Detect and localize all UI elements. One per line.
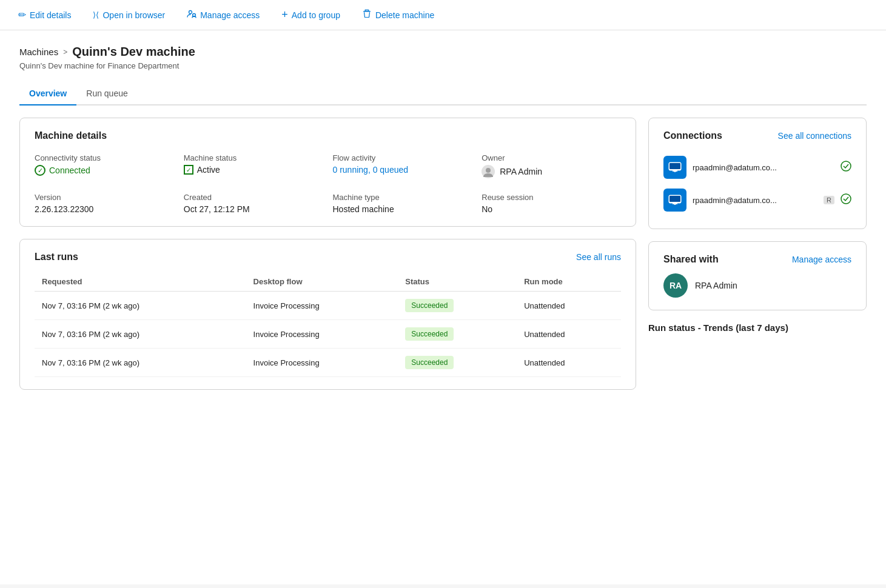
connectivity-status-value: ✓ Connected xyxy=(35,165,174,176)
table-row: Nov 7, 03:16 PM (2 wk ago) Invoice Proce… xyxy=(35,320,621,349)
breadcrumb-parent: Machines xyxy=(19,47,58,57)
connection-icon-2 xyxy=(663,189,686,212)
owner-name: RPA Admin xyxy=(500,167,542,176)
cell-flow: Invoice Processing xyxy=(246,320,398,349)
status-badge: Succeeded xyxy=(405,327,454,341)
status-badge: Succeeded xyxy=(405,299,454,312)
tab-overview[interactable]: Overview xyxy=(19,82,76,105)
runs-table: Requested Desktop flow Status Run mode N… xyxy=(35,272,621,377)
cell-flow: Invoice Processing xyxy=(246,292,398,320)
machine-type-label: Machine type xyxy=(333,193,472,202)
user-avatar-1: RA xyxy=(663,273,688,298)
created-field: Created Oct 27, 12:12 PM xyxy=(184,193,323,214)
version-field: Version 2.26.123.22300 xyxy=(35,193,174,214)
toolbar: ✏ Edit details ⟩⟨ Open in browser Manage… xyxy=(0,0,886,30)
machine-status-label: Machine status xyxy=(184,153,323,162)
page-description: Quinn's Dev machine for Finance Departme… xyxy=(19,61,867,70)
table-row: Nov 7, 03:16 PM (2 wk ago) Invoice Proce… xyxy=(35,349,621,377)
svg-point-10 xyxy=(841,161,851,171)
connectivity-status-label: Connectivity status xyxy=(35,153,174,162)
tabs: Overview Run queue xyxy=(19,82,867,105)
connection-status-1 xyxy=(841,161,851,174)
col-status: Status xyxy=(398,272,517,292)
reuse-session-label: Reuse session xyxy=(482,193,621,202)
svg-point-0 xyxy=(189,10,192,13)
version-label: Version xyxy=(35,193,174,202)
manage-access-label: Manage access xyxy=(200,10,260,20)
machine-status-field: Machine status ✓ Active xyxy=(184,153,323,178)
svg-rect-7 xyxy=(670,163,680,169)
svg-point-15 xyxy=(841,194,851,204)
connection-badge-2: R xyxy=(824,196,834,204)
left-column: Machine details Connectivity status ✓ Co… xyxy=(19,118,636,402)
created-value: Oct 27, 12:12 PM xyxy=(184,204,323,214)
delete-machine-button[interactable]: Delete machine xyxy=(358,7,438,24)
breadcrumb: Machines > Quinn's Dev machine xyxy=(19,45,867,59)
machine-type-field: Machine type Hosted machine xyxy=(333,193,472,214)
active-checkbox-icon: ✓ xyxy=(184,165,193,175)
svg-rect-3 xyxy=(363,11,371,12)
connections-header: Connections See all connections xyxy=(663,130,851,141)
see-all-connections-link[interactable]: See all connections xyxy=(778,131,851,141)
cell-requested: Nov 7, 03:16 PM (2 wk ago) xyxy=(35,349,246,377)
flow-activity-value: 0 running, 0 queued xyxy=(333,165,472,175)
shared-with-card: Shared with Manage access RA RPA Admin xyxy=(648,241,867,310)
connection-status-2 xyxy=(841,193,851,207)
cell-status: Succeeded xyxy=(398,349,517,377)
connection-icon-1 xyxy=(663,156,686,179)
user-item-1: RA RPA Admin xyxy=(663,273,851,298)
machine-details-title: Machine details xyxy=(35,130,621,141)
user-name-1: RPA Admin xyxy=(695,281,737,290)
last-runs-title: Last runs xyxy=(35,252,78,262)
content-grid: Machine details Connectivity status ✓ Co… xyxy=(19,118,867,402)
right-panel: Connections See all connections xyxy=(648,118,867,402)
connection-item-1: rpaadmin@adatum.co... xyxy=(663,151,851,184)
add-to-group-label: Add to group xyxy=(292,10,340,20)
cell-requested: Nov 7, 03:16 PM (2 wk ago) xyxy=(35,292,246,320)
manage-access-link[interactable]: Manage access xyxy=(792,255,851,264)
owner-label: Owner xyxy=(482,153,621,162)
cell-requested: Nov 7, 03:16 PM (2 wk ago) xyxy=(35,320,246,349)
machine-details-grid: Connectivity status ✓ Connected Machine … xyxy=(35,153,621,214)
breadcrumb-current: Quinn's Dev machine xyxy=(72,45,195,59)
col-run-mode: Run mode xyxy=(517,272,621,292)
cell-run-mode: Unattended xyxy=(517,349,621,377)
connection-email-2: rpaadmin@adatum.co... xyxy=(693,196,817,205)
connected-icon: ✓ xyxy=(35,165,45,176)
owner-field: Owner RPA Admin xyxy=(482,153,621,178)
cell-status: Succeeded xyxy=(398,292,517,320)
created-label: Created xyxy=(184,193,323,202)
connections-list: rpaadmin@adatum.co... xyxy=(663,151,851,216)
reuse-session-field: Reuse session No xyxy=(482,193,621,214)
add-to-group-button[interactable]: + Add to group xyxy=(278,6,344,24)
connection-email-1: rpaadmin@adatum.co... xyxy=(693,163,834,172)
flow-activity-label: Flow activity xyxy=(333,153,472,162)
shared-with-header: Shared with Manage access xyxy=(663,254,851,265)
delete-machine-label: Delete machine xyxy=(375,10,434,20)
flow-activity-field: Flow activity 0 running, 0 queued xyxy=(333,153,472,178)
svg-rect-12 xyxy=(670,196,680,202)
see-all-runs-link[interactable]: See all runs xyxy=(576,252,621,262)
edit-icon: ✏ xyxy=(18,9,26,21)
trends-section: Run status - Trends (last 7 days) xyxy=(648,322,867,333)
status-badge: Succeeded xyxy=(405,356,454,369)
open-browser-button[interactable]: ⟩⟨ Open in browser xyxy=(89,8,169,22)
cell-flow: Invoice Processing xyxy=(246,349,398,377)
col-desktop-flow: Desktop flow xyxy=(246,272,398,292)
last-runs-header: Last runs See all runs xyxy=(35,252,621,262)
delete-icon xyxy=(362,9,372,21)
reuse-session-value: No xyxy=(482,204,621,214)
machine-type-value: Hosted machine xyxy=(333,204,472,214)
svg-point-5 xyxy=(486,168,491,173)
connection-item-2: rpaadmin@adatum.co... R xyxy=(663,184,851,216)
open-browser-label: Open in browser xyxy=(102,10,165,20)
edit-details-button[interactable]: ✏ Edit details xyxy=(15,7,75,23)
breadcrumb-separator: > xyxy=(63,48,67,56)
owner-value-container: RPA Admin xyxy=(482,165,621,178)
trends-title: Run status - Trends (last 7 days) xyxy=(648,322,867,333)
cell-status: Succeeded xyxy=(398,320,517,349)
tab-run-queue[interactable]: Run queue xyxy=(76,82,138,105)
version-value: 2.26.123.22300 xyxy=(35,204,174,214)
manage-access-button[interactable]: Manage access xyxy=(183,7,263,24)
machine-details-card: Machine details Connectivity status ✓ Co… xyxy=(19,118,636,227)
